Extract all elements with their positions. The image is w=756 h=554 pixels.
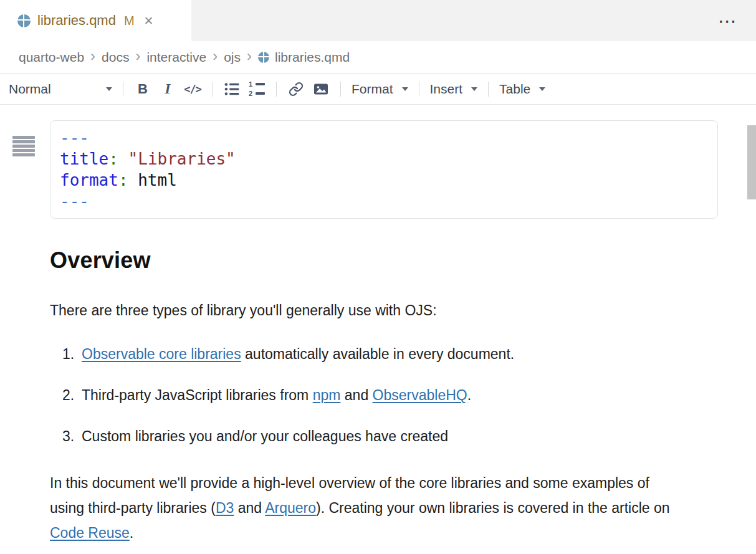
list-marker: 1. bbox=[62, 345, 74, 363]
insert-menu-label: Insert bbox=[430, 82, 463, 97]
more-actions-icon[interactable]: ⋯ bbox=[701, 0, 756, 41]
formatting-toolbar: Normal B I </> 1 2 bbox=[0, 73, 756, 105]
breadcrumb: quarto-web › docs › interactive › ojs › … bbox=[0, 41, 756, 73]
italic-button[interactable]: I bbox=[156, 78, 179, 100]
numbered-list-digit: 1 bbox=[249, 81, 253, 88]
paragraph-text: and bbox=[234, 500, 265, 516]
paragraph-style-dropdown[interactable]: Normal bbox=[9, 82, 116, 97]
breadcrumb-item-quarto-web[interactable]: quarto-web bbox=[19, 50, 84, 65]
close-tab-icon[interactable]: ✕ bbox=[144, 15, 154, 27]
block-drag-handle-icon[interactable] bbox=[12, 136, 35, 156]
tab-bar-spacer bbox=[191, 0, 701, 41]
page-title: Overview bbox=[50, 247, 718, 274]
yaml-delimiter: --- bbox=[60, 128, 89, 147]
closing-paragraph: In this document we'll provide a high-le… bbox=[50, 470, 676, 545]
document-body: Overview There are three types of librar… bbox=[50, 247, 718, 545]
bold-icon: B bbox=[138, 81, 148, 97]
chevron-down-icon bbox=[106, 87, 112, 91]
numbered-list-button[interactable]: 1 2 bbox=[246, 78, 268, 100]
link-observablehq[interactable]: ObservableHQ bbox=[373, 387, 467, 403]
list-item-text: automatically available in every documen… bbox=[241, 346, 515, 362]
chevron-down-icon bbox=[402, 87, 408, 91]
table-menu-label: Table bbox=[499, 82, 530, 97]
quarto-logo-icon bbox=[258, 52, 269, 63]
chevron-down-icon bbox=[471, 87, 477, 91]
yaml-line: --- bbox=[60, 191, 708, 212]
insert-link-button[interactable] bbox=[285, 78, 307, 100]
list-item-text: . bbox=[467, 387, 471, 403]
breadcrumb-item-current-file[interactable]: libraries.qmd bbox=[258, 50, 350, 65]
yaml-value-title: "Libraries" bbox=[128, 150, 236, 168]
yaml-metadata-block[interactable]: --- title:"Libraries" format:html --- bbox=[50, 120, 718, 219]
list-item-text: Third-party JavaScript libraries from bbox=[82, 387, 313, 403]
link-observable-core-libraries[interactable]: Observable core libraries bbox=[82, 346, 241, 362]
yaml-line: format:html bbox=[60, 170, 708, 191]
link-arquero[interactable]: Arquero bbox=[265, 500, 316, 516]
list-marker: 3. bbox=[62, 427, 74, 446]
link-npm[interactable]: npm bbox=[313, 387, 341, 403]
chevron-right-icon: › bbox=[90, 49, 95, 65]
list-item-text: and bbox=[340, 387, 372, 403]
chevron-right-icon: › bbox=[247, 49, 252, 65]
yaml-line: --- bbox=[60, 127, 708, 148]
link-code-reuse[interactable]: Code Reuse bbox=[50, 525, 130, 541]
toolbar-divider bbox=[212, 82, 213, 97]
format-menu[interactable]: Format bbox=[348, 82, 412, 97]
breadcrumb-item-interactive[interactable]: interactive bbox=[146, 50, 206, 65]
toolbar-divider bbox=[123, 82, 123, 97]
git-modified-badge: M bbox=[124, 14, 135, 28]
list-item: 2.Third-party JavaScript libraries from … bbox=[50, 386, 718, 404]
yaml-colon: : bbox=[108, 150, 118, 168]
vertical-scrollbar[interactable] bbox=[747, 125, 756, 199]
yaml-value-format: html bbox=[138, 171, 177, 189]
bulleted-list-icon bbox=[224, 81, 240, 97]
list-item: 3.Custom libraries you and/or your colle… bbox=[50, 427, 718, 446]
numbered-list-digit: 2 bbox=[249, 90, 253, 97]
toolbar-divider bbox=[340, 82, 341, 97]
yaml-colon: : bbox=[118, 171, 128, 189]
toolbar-divider bbox=[276, 82, 277, 97]
toolbar-divider bbox=[419, 82, 419, 97]
paragraph-style-value: Normal bbox=[9, 82, 51, 97]
bulleted-list-button[interactable] bbox=[221, 78, 243, 100]
chevron-right-icon: › bbox=[135, 49, 140, 65]
list-item-text: Custom libraries you and/or your colleag… bbox=[82, 428, 448, 444]
numbered-list: 1.Observable core libraries automaticall… bbox=[50, 345, 718, 446]
paragraph-text: . bbox=[130, 525, 133, 541]
toolbar-divider bbox=[488, 82, 489, 97]
breadcrumb-item-ojs[interactable]: ojs bbox=[224, 50, 241, 65]
breadcrumb-current-label: libraries.qmd bbox=[275, 50, 350, 65]
link-d3[interactable]: D3 bbox=[216, 500, 234, 516]
format-menu-label: Format bbox=[352, 82, 393, 97]
chevron-right-icon: › bbox=[213, 49, 218, 65]
image-icon bbox=[313, 82, 329, 97]
link-icon bbox=[289, 82, 304, 97]
bold-button[interactable]: B bbox=[132, 78, 154, 100]
italic-icon: I bbox=[165, 81, 171, 97]
insert-image-button[interactable] bbox=[310, 78, 332, 100]
visual-editor-canvas[interactable]: --- title:"Libraries" format:html --- Ov… bbox=[0, 120, 756, 554]
quarto-logo-icon bbox=[17, 14, 31, 27]
code-icon: </> bbox=[184, 83, 201, 95]
chevron-down-icon bbox=[539, 87, 545, 91]
code-button[interactable]: </> bbox=[181, 78, 204, 100]
tab-libraries-qmd[interactable]: libraries.qmd M ✕ bbox=[0, 0, 191, 41]
insert-menu[interactable]: Insert bbox=[426, 82, 482, 97]
yaml-delimiter: --- bbox=[60, 192, 89, 211]
list-item: 1.Observable core libraries automaticall… bbox=[50, 345, 718, 363]
yaml-line: title:"Libraries" bbox=[60, 148, 708, 170]
editor-tab-bar: libraries.qmd M ✕ ⋯ bbox=[0, 0, 756, 41]
paragraph-text: ). Creating your own libraries is covere… bbox=[316, 500, 670, 516]
table-menu[interactable]: Table bbox=[495, 82, 549, 97]
tab-filename: libraries.qmd bbox=[37, 12, 116, 29]
intro-paragraph: There are three types of library you'll … bbox=[50, 301, 718, 320]
numbered-list-icon: 1 2 bbox=[249, 81, 265, 97]
yaml-key-title: title bbox=[60, 150, 108, 168]
yaml-key-format: format bbox=[60, 171, 118, 189]
list-marker: 2. bbox=[62, 386, 74, 404]
breadcrumb-item-docs[interactable]: docs bbox=[102, 50, 129, 65]
